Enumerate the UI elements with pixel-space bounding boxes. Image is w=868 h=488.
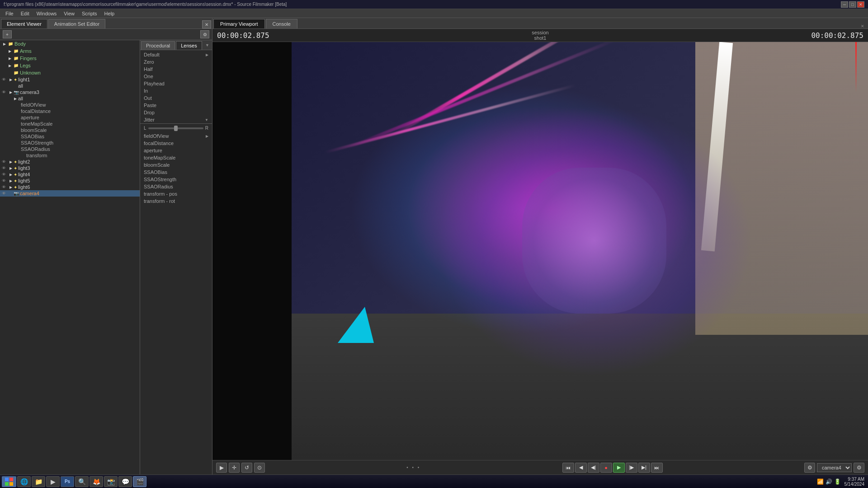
taskbar-search[interactable]: 🔍 <box>75 476 89 487</box>
proc-item-in[interactable]: In <box>140 87 212 94</box>
proc-item-transform-rot[interactable]: transform - rot <box>140 197 212 205</box>
proc-item-jitter[interactable]: Jitter ▼ <box>140 116 212 123</box>
transport-next-frame[interactable]: |▶ <box>626 463 637 473</box>
taskbar-firefox[interactable]: 🦊 <box>90 476 103 487</box>
proc-item-out[interactable]: Out <box>140 94 212 102</box>
tree-item-light2[interactable]: 👁 ▶ ✦ light2 <box>0 159 140 165</box>
tree-item-aperture[interactable]: aperture <box>0 114 140 121</box>
vp-settings-icon[interactable]: ⚙ <box>804 463 815 473</box>
tree-item-light3[interactable]: 👁 ▶ ✦ light3 <box>0 165 140 171</box>
taskbar-explorer[interactable]: 📁 <box>32 476 45 487</box>
vp-move-button[interactable]: ✛ <box>229 463 240 473</box>
vp-rotate-button[interactable]: ↺ <box>241 463 252 473</box>
taskbar-sfm-active[interactable]: 🎬 <box>133 476 146 487</box>
tree-item-camera3[interactable]: 👁 ▶ 📷 camera3 <box>0 89 140 95</box>
tab-element-viewer[interactable]: Element Viewer <box>1 19 47 28</box>
tree-item-light5[interactable]: 👁 ▶ ✦ light5 <box>0 178 140 184</box>
transport-next-key[interactable]: ▶| <box>638 463 650 473</box>
tree-item-transform[interactable]: transform <box>0 152 140 159</box>
taskbar-media[interactable]: ▶ <box>46 476 60 487</box>
eye-icon-camera3[interactable]: 👁 <box>2 90 8 94</box>
eye-icon-light3[interactable]: 👁 <box>2 166 8 170</box>
tree-item-tonemapscale[interactable]: toneMapScale <box>0 121 140 127</box>
tree-item-fingers[interactable]: ▶ 📁 Fingers <box>0 55 140 62</box>
proc-item-tonemapscale2[interactable]: toneMapScale <box>140 154 212 161</box>
proc-item-playhead[interactable]: Playhead <box>140 80 212 87</box>
proc-item-ssaobias2[interactable]: SSAOBias <box>140 169 212 176</box>
proc-item-bloomscale2[interactable]: bloomScale <box>140 161 212 169</box>
proc-item-aperture2[interactable]: aperture <box>140 147 212 154</box>
start-button[interactable] <box>2 476 16 487</box>
viewport-close-btn[interactable]: ✕ <box>858 22 867 28</box>
vp-play-button[interactable]: ▶ <box>216 463 227 473</box>
proc-item-focaldistance[interactable]: focalDistance <box>140 140 212 147</box>
eye-icon-camera4[interactable]: 👁 <box>2 191 8 196</box>
eye-icon-light2[interactable]: 👁 <box>2 160 8 164</box>
procedural-list[interactable]: Default▶ Zero Half One Playhead In Out P… <box>140 50 212 474</box>
minimize-button[interactable]: ─ <box>841 1 848 8</box>
tree-item-body[interactable]: ▶ 📁 Body <box>0 40 140 47</box>
tab-lenses[interactable]: Lenses <box>176 41 202 50</box>
slider-track[interactable] <box>148 127 203 129</box>
proc-item-default[interactable]: Default▶ <box>140 51 212 58</box>
proc-item-transform-pos[interactable]: transform - pos <box>140 190 212 197</box>
tree-item-camera3-all[interactable]: ▶ all <box>0 95 140 102</box>
tree-item-fieldofview[interactable]: fieldOfView <box>0 102 140 108</box>
taskbar-ie[interactable]: 🌐 <box>17 476 31 487</box>
proc-item-drop[interactable]: Drop <box>140 109 212 116</box>
transport-record[interactable]: ● <box>600 463 612 473</box>
close-button[interactable]: ✕ <box>857 1 864 8</box>
tree-item-arms[interactable]: ▶ 📁 Arms <box>0 47 140 55</box>
transport-play[interactable]: ▶ <box>613 463 625 473</box>
transport-to-start[interactable]: ⏮ <box>562 463 574 473</box>
menu-edit[interactable]: Edit <box>17 10 33 17</box>
tab-procedural[interactable]: Procedural <box>141 41 175 50</box>
tree-item-focaldistance[interactable]: focalDistance <box>0 108 140 114</box>
tab-console[interactable]: Console <box>266 19 297 28</box>
menu-file[interactable]: File <box>2 10 17 17</box>
tree-item-bloomscale[interactable]: bloomScale <box>0 127 140 133</box>
proc-item-ssaostrength2[interactable]: SSAOStrength <box>140 176 212 183</box>
menu-scripts[interactable]: Scripts <box>78 10 101 17</box>
slider-thumb[interactable] <box>174 126 178 131</box>
tree-item-unknown[interactable]: 📁 Unknown <box>0 69 140 76</box>
eye-icon-light5[interactable]: 👁 <box>2 178 8 183</box>
taskbar-discord[interactable]: 💬 <box>118 476 132 487</box>
proc-panel-close[interactable]: ▼ <box>203 41 211 50</box>
transport-prev-key[interactable]: ◀ <box>575 463 587 473</box>
viewport-canvas[interactable] <box>212 42 868 460</box>
tab-primary-viewport[interactable]: Primary Viewport <box>213 19 265 28</box>
transport-prev-frame[interactable]: ◀| <box>588 463 599 473</box>
panel-close-button[interactable]: ✕ <box>202 20 211 28</box>
proc-item-zero[interactable]: Zero <box>140 58 212 66</box>
tree-item-ssaobias[interactable]: SSAOBias <box>0 133 140 140</box>
taskbar-camera[interactable]: 📸 <box>104 476 118 487</box>
camera-selector[interactable]: camera4 camera3 <box>817 463 852 472</box>
tree-item-ssaoradius[interactable]: SSAORadius <box>0 146 140 152</box>
proc-item-fieldofview[interactable]: fieldOfView▶ <box>140 132 212 140</box>
menu-view[interactable]: View <box>60 10 78 17</box>
taskbar-clock[interactable]: 9:37 AM 5/14/2024 <box>844 477 867 487</box>
menu-windows[interactable]: Windows <box>33 10 61 17</box>
proc-item-ssaoradius2[interactable]: SSAORadius <box>140 183 212 190</box>
tab-animation-set-editor[interactable]: Animation Set Editor <box>48 19 105 28</box>
taskbar-photoshop[interactable]: Ps <box>61 476 74 487</box>
eye-icon-light1[interactable]: 👁 <box>2 77 8 82</box>
eye-icon-light4[interactable]: 👁 <box>2 172 8 177</box>
tree-item-light1[interactable]: 👁 ▶ ✦ light1 <box>0 76 140 83</box>
tree-item-ssaostrength[interactable]: SSAOStrength <box>0 140 140 146</box>
proc-item-one[interactable]: One <box>140 73 212 80</box>
tree-item-camera4[interactable]: 👁 📷 camera4 <box>0 190 140 197</box>
settings-button[interactable]: ⚙ <box>200 30 209 38</box>
vp-camera-button[interactable]: ⊙ <box>254 463 265 473</box>
menu-help[interactable]: Help <box>101 10 118 17</box>
tree-item-light6[interactable]: 👁 ▶ ✦ light6 <box>0 184 140 190</box>
tree-item-light1-all[interactable]: all <box>0 83 140 89</box>
eye-icon-light6[interactable]: 👁 <box>2 185 8 189</box>
tree-item-legs[interactable]: ▶ 📁 Legs <box>0 62 140 69</box>
proc-item-paste[interactable]: Paste <box>140 102 212 109</box>
add-element-button[interactable]: + <box>3 30 12 38</box>
element-tree[interactable]: ▶ 📁 Body ▶ 📁 Arms ▶ 📁 Fingers <box>0 40 140 474</box>
transport-to-end[interactable]: ⏭ <box>651 463 663 473</box>
vp-extra-settings[interactable]: ⚙ <box>854 463 864 473</box>
